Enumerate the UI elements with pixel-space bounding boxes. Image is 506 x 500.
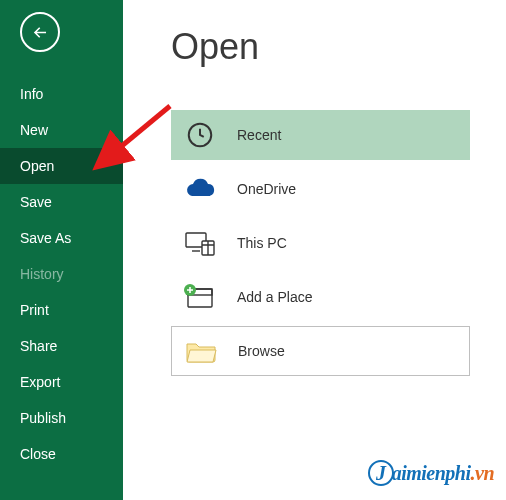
option-label: Recent bbox=[237, 127, 281, 143]
sidebar-item-print[interactable]: Print bbox=[0, 292, 123, 328]
back-button[interactable] bbox=[20, 12, 60, 52]
option-this-pc[interactable]: This PC bbox=[171, 218, 470, 268]
main-panel: Open Recent OneDrive bbox=[123, 0, 506, 500]
folder-icon bbox=[184, 334, 218, 368]
sidebar-item-new[interactable]: New bbox=[0, 112, 123, 148]
cloud-icon bbox=[183, 172, 217, 206]
option-label: OneDrive bbox=[237, 181, 296, 197]
sidebar-item-publish[interactable]: Publish bbox=[0, 400, 123, 436]
option-add-place[interactable]: Add a Place bbox=[171, 272, 470, 322]
back-arrow-icon bbox=[31, 23, 50, 42]
sidebar-item-save-as[interactable]: Save As bbox=[0, 220, 123, 256]
option-recent[interactable]: Recent bbox=[171, 110, 470, 160]
sidebar-item-export[interactable]: Export bbox=[0, 364, 123, 400]
option-label: Browse bbox=[238, 343, 285, 359]
sidebar-item-history: History bbox=[0, 256, 123, 292]
clock-icon bbox=[183, 118, 217, 152]
sidebar-item-open[interactable]: Open bbox=[0, 148, 123, 184]
this-pc-icon bbox=[183, 226, 217, 260]
sidebar-item-share[interactable]: Share bbox=[0, 328, 123, 364]
add-place-icon bbox=[183, 280, 217, 314]
option-onedrive[interactable]: OneDrive bbox=[171, 164, 470, 214]
sidebar-item-close[interactable]: Close bbox=[0, 436, 123, 472]
option-label: This PC bbox=[237, 235, 287, 251]
option-label: Add a Place bbox=[237, 289, 313, 305]
sidebar-item-info[interactable]: Info bbox=[0, 76, 123, 112]
watermark: Jaimienphi.vn bbox=[368, 460, 494, 486]
backstage-sidebar: Info New Open Save Save As History Print… bbox=[0, 0, 123, 500]
sidebar-item-save[interactable]: Save bbox=[0, 184, 123, 220]
option-browse[interactable]: Browse bbox=[171, 326, 470, 376]
page-title: Open bbox=[171, 26, 470, 68]
